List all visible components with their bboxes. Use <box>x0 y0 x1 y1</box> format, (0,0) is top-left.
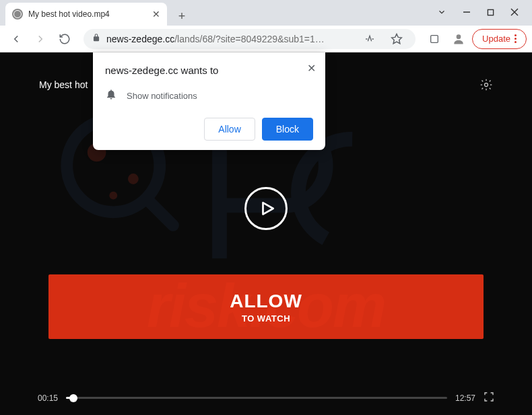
permission-dialog: ✕ news-zedege.cc wants to Show notificat… <box>93 52 325 150</box>
time-total: 12:57 <box>455 393 475 403</box>
window-controls <box>424 0 532 26</box>
url-text: news-zedege.cc/lands/68/?site=8049229&su… <box>106 34 354 44</box>
allow-banner[interactable]: ALLOW TO WATCH <box>48 274 484 339</box>
play-button[interactable] <box>244 187 288 230</box>
url-box[interactable]: news-zedege.cc/lands/68/?site=8049229&su… <box>84 29 415 49</box>
block-button[interactable]: Block <box>262 118 313 141</box>
fullscreen-icon[interactable] <box>484 391 494 404</box>
gear-icon[interactable] <box>479 78 493 94</box>
address-bar: news-zedege.cc/lands/68/?site=8049229&su… <box>0 26 532 52</box>
tab-title: My best hot video.mp4 <box>28 9 147 19</box>
svg-rect-5 <box>431 35 438 42</box>
video-title: My best hot <box>39 79 88 90</box>
allow-banner-title: ALLOW <box>230 291 302 312</box>
update-label: Update <box>482 34 510 44</box>
profile-icon[interactable] <box>448 28 469 50</box>
allow-button[interactable]: Allow <box>204 118 255 141</box>
lock-icon <box>92 33 101 45</box>
time-current: 00:15 <box>38 393 58 403</box>
permission-text: Show notifications <box>127 91 197 101</box>
svg-marker-4 <box>392 34 402 43</box>
svg-marker-13 <box>263 202 273 214</box>
progress-thumb[interactable] <box>69 394 77 402</box>
dialog-close-icon[interactable]: ✕ <box>307 62 316 75</box>
allow-banner-subtitle: TO WATCH <box>242 313 290 324</box>
menu-dots-icon <box>514 34 517 43</box>
share-icon[interactable] <box>359 28 380 50</box>
back-button[interactable] <box>5 28 27 50</box>
permission-actions: Allow Block <box>105 118 313 141</box>
minimize-button[interactable] <box>463 7 471 18</box>
svg-rect-1 <box>488 9 493 15</box>
svg-point-9 <box>128 174 139 184</box>
svg-point-12 <box>485 83 488 87</box>
chevron-down-icon[interactable] <box>437 7 446 19</box>
url-domain: news-zedege.cc <box>106 34 174 44</box>
permission-title: news-zedege.cc wants to <box>105 65 313 76</box>
new-tab-button[interactable]: + <box>172 7 191 26</box>
star-icon[interactable] <box>386 28 407 50</box>
maximize-button[interactable] <box>487 7 494 18</box>
svg-line-11 <box>147 199 173 225</box>
forward-button[interactable] <box>30 28 51 50</box>
permission-row: Show notifications <box>105 88 313 103</box>
close-window-button[interactable] <box>510 7 519 18</box>
globe-icon <box>12 9 23 20</box>
extensions-icon[interactable] <box>424 28 445 50</box>
svg-point-6 <box>457 34 461 39</box>
video-controls: 00:15 12:57 <box>38 391 494 404</box>
bell-icon <box>105 88 117 103</box>
progress-bar[interactable] <box>66 397 447 399</box>
reload-button[interactable] <box>54 28 75 50</box>
update-button[interactable]: Update <box>472 29 527 49</box>
browser-tab[interactable]: My best hot video.mp4 ✕ <box>5 3 167 26</box>
url-path: /lands/68/?site=8049229&sub1=1… <box>174 34 325 44</box>
svg-point-10 <box>109 192 117 200</box>
tab-close-icon[interactable]: ✕ <box>152 9 160 20</box>
